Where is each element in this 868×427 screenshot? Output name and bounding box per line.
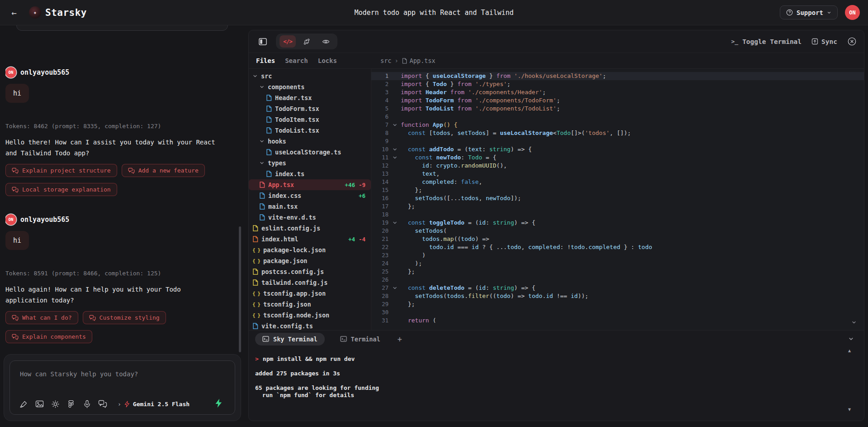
chat-input[interactable]: How can Starsky help you today?: [9, 360, 235, 415]
support-button[interactable]: Support: [780, 5, 838, 19]
code-line[interactable]: 18: [371, 211, 864, 219]
model-selector[interactable]: › Gemini 2.5 Flash: [118, 401, 190, 408]
tab-locks[interactable]: Locks: [318, 57, 337, 64]
terminal-output[interactable]: >npm install && npm run devadded 275 pac…: [249, 347, 864, 421]
suggestion-chip[interactable]: Local storage explanation: [5, 183, 117, 196]
tree-item-index-ts[interactable]: index.ts: [249, 168, 371, 179]
fold-chevron-icon[interactable]: [389, 219, 401, 227]
panel-toggle-icon[interactable]: [256, 35, 270, 48]
code-line[interactable]: 16 setTodos([...todos, newTodo]);: [371, 194, 864, 202]
diff-view-button[interactable]: [299, 35, 315, 48]
terminal-scroll-down-icon[interactable]: ▼: [848, 408, 851, 412]
code-line[interactable]: 7function App() {: [371, 121, 864, 129]
code-line[interactable]: 30: [371, 308, 864, 317]
tab-search[interactable]: Search: [285, 57, 308, 64]
tree-item-header-tsx[interactable]: Header.tsx: [249, 92, 371, 103]
tree-item-tailwind-config-js[interactable]: tailwind.config.js: [249, 277, 371, 288]
user-avatar[interactable]: ON: [845, 5, 860, 20]
suggestion-chip[interactable]: What can I do?: [5, 311, 78, 324]
figma-icon[interactable]: [66, 399, 76, 408]
tab-files[interactable]: Files: [256, 57, 275, 64]
code-editor[interactable]: 1import { useLocalStorage } from './hook…: [371, 69, 864, 330]
code-line[interactable]: 15 };: [371, 186, 864, 194]
back-button[interactable]: ←: [6, 5, 22, 20]
tree-item-todoitem-tsx[interactable]: TodoItem.tsx: [249, 114, 371, 125]
tree-item-types[interactable]: types: [249, 158, 371, 168]
code-view-button[interactable]: </>: [280, 35, 296, 48]
send-button[interactable]: [213, 398, 224, 408]
code-line[interactable]: 4import TodoForm from './components/Todo…: [371, 96, 864, 105]
add-terminal-button[interactable]: +: [398, 335, 402, 344]
microphone-icon[interactable]: [82, 399, 91, 408]
toggle-terminal-button[interactable]: >_ Toggle Terminal: [731, 38, 802, 45]
tree-item-todolist-tsx[interactable]: TodoList.tsx: [249, 125, 371, 136]
tree-item-components[interactable]: components: [249, 82, 371, 92]
code-line[interactable]: 13 text,: [371, 170, 864, 178]
tree-item-index-css[interactable]: index.css+6: [249, 190, 371, 201]
code-line[interactable]: 24 );: [371, 259, 864, 268]
tab-sky-terminal[interactable]: Sky Terminal: [255, 333, 325, 345]
sync-button[interactable]: Sync: [811, 38, 837, 45]
fold-chevron-icon[interactable]: [389, 145, 401, 154]
editor-scroll-down-icon[interactable]: [851, 320, 857, 325]
code-line[interactable]: 9: [371, 137, 864, 145]
code-line[interactable]: 10 const addTodo = (text: string) => {: [371, 145, 864, 154]
fold-chevron-icon[interactable]: [389, 284, 401, 292]
code-line[interactable]: 1import { useLocalStorage } from './hook…: [371, 72, 864, 80]
tree-item-hooks[interactable]: hooks: [249, 136, 371, 147]
tree-item-vite-config-ts[interactable]: vite.config.ts: [249, 321, 371, 330]
code-line[interactable]: 23 ): [371, 251, 864, 259]
code-line[interactable]: 14 completed: false,: [371, 178, 864, 186]
paintbrush-icon[interactable]: [19, 399, 28, 408]
preview-view-button[interactable]: [318, 35, 334, 48]
code-line[interactable]: 20 setTodos(: [371, 227, 864, 235]
sun-icon[interactable]: [51, 399, 60, 408]
tree-item-main-tsx[interactable]: main.tsx: [249, 201, 371, 212]
code-line[interactable]: 21 todos.map((todo) =>: [371, 235, 864, 243]
code-line[interactable]: 2import { Todo } from './types';: [371, 80, 864, 88]
tree-item-postcss-config-js[interactable]: postcss.config.js: [249, 266, 371, 277]
image-icon[interactable]: [35, 399, 44, 408]
gutter-spacer: [389, 105, 401, 113]
tree-item-vite-env-d-ts[interactable]: vite-env.d.ts: [249, 212, 371, 223]
tree-item-app-tsx[interactable]: App.tsx+46-9: [249, 179, 371, 190]
tree-item-package-json[interactable]: { }package.json: [249, 255, 371, 266]
tree-item-package-lock-json[interactable]: { }package-lock.json: [249, 245, 371, 255]
suggestion-chip[interactable]: Explain components: [5, 330, 92, 343]
tree-item-index-html[interactable]: index.html+4-4: [249, 234, 371, 245]
code-line[interactable]: 28 setTodos(todos.filter((todo) => todo.…: [371, 292, 864, 300]
code-line[interactable]: 12 id: crypto.randomUUID(),: [371, 162, 864, 170]
tab-terminal[interactable]: Terminal: [333, 333, 388, 345]
code-line[interactable]: 22 todo.id === id ? { ...todo, completed…: [371, 243, 864, 251]
line-number: 13: [371, 170, 389, 178]
fold-chevron-icon[interactable]: [389, 154, 401, 162]
code-line[interactable]: 19 const toggleTodo = (id: string) => {: [371, 219, 864, 227]
terminal-scroll-up-icon[interactable]: ▲: [848, 349, 851, 353]
code-line[interactable]: 11 const newTodo: Todo = {: [371, 154, 864, 162]
code-line[interactable]: 26: [371, 276, 864, 284]
tree-item-tsconfig-app-json[interactable]: { }tsconfig.app.json: [249, 288, 371, 299]
code-line[interactable]: 29 };: [371, 300, 864, 308]
code-line[interactable]: 8 const [todos, setTodos] = useLocalStor…: [371, 129, 864, 137]
tree-item-eslint-config-js[interactable]: eslint.config.js: [249, 223, 371, 234]
tree-item-todoform-tsx[interactable]: TodoForm.tsx: [249, 103, 371, 114]
tree-item-uselocalstorage-ts[interactable]: useLocalStorage.ts: [249, 147, 371, 158]
code-line[interactable]: 27 const deleteTodo = (id: string) => {: [371, 284, 864, 292]
tree-item-tsconfig-json[interactable]: { }tsconfig.json: [249, 299, 371, 310]
code-line[interactable]: 31 return (: [371, 317, 864, 325]
suggestion-chip[interactable]: Customize styling: [83, 311, 166, 324]
suggestion-chip[interactable]: Explain project structure: [5, 164, 117, 177]
code-line[interactable]: 3import Header from './components/Header…: [371, 88, 864, 96]
chat-icon[interactable]: [98, 399, 107, 408]
fold-chevron-icon[interactable]: [389, 121, 401, 129]
code-line[interactable]: 25 };: [371, 268, 864, 276]
code-line[interactable]: 5import TodoList from './components/Todo…: [371, 105, 864, 113]
close-workspace-button[interactable]: [847, 37, 857, 46]
tree-item-tsconfig-node-json[interactable]: { }tsconfig.node.json: [249, 310, 371, 321]
chat-scrollbar[interactable]: [239, 226, 241, 352]
code-line[interactable]: 6: [371, 113, 864, 121]
code-line[interactable]: 17 };: [371, 202, 864, 211]
suggestion-chip[interactable]: Add a new feature: [122, 164, 205, 177]
tree-item-src[interactable]: src: [249, 71, 371, 82]
terminal-collapse-icon[interactable]: [848, 336, 854, 342]
